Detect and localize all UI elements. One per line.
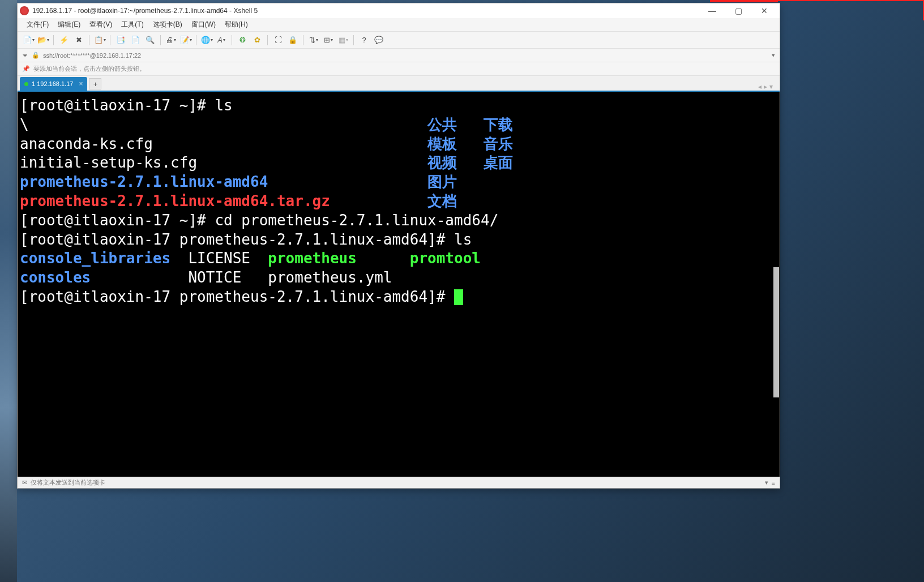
tabbar-nav: ◂ ▸ ▾ [758,83,777,91]
addr-dropdown-icon[interactable]: ▾ [772,52,775,59]
prompt: [root@itlaoxin-17 ~]# [20,97,215,114]
menu-view[interactable]: 查看(V) [85,19,117,31]
ls-dir-video: 视频 [427,154,457,171]
ls-dir-document: 文档 [427,192,457,209]
font-button[interactable]: A [215,34,228,46]
desktop-wallpaper [0,0,17,582]
statusbar-grip-icon: ≡ [772,480,775,486]
toolbar-sep [160,35,161,45]
hint-text: 要添加当前会话，点击左侧的箭头按钮。 [33,65,146,73]
tab-next-icon[interactable]: ▸ [764,83,767,91]
toolbar-sep [232,35,232,45]
tab-close-icon[interactable]: × [79,80,83,88]
disconnect-button[interactable]: ✖ [72,34,85,46]
colors-button[interactable]: ❂ [236,34,249,46]
log-button[interactable]: 📝 [179,34,192,46]
globe-button[interactable]: 🌐 [200,34,213,46]
cmd-ls2: ls [454,231,472,248]
statusbar-icon: ✉ [22,479,27,486]
reconnect-button[interactable]: ⚡ [58,34,70,46]
lock-icon: 🔒 [32,52,40,59]
ls-dir-music: 音乐 [484,135,513,152]
ls2-prometheus: prometheus [268,250,357,267]
xshell-window: 192.168.1.17 - root@itlaoxin-17:~/promet… [17,3,780,489]
ls2-license: LICENSE [188,250,250,267]
transfer-button[interactable]: ⇅ [307,34,320,46]
ls2-notice: NOTICE [188,269,241,286]
terminal-cursor [454,289,463,305]
open-session-button[interactable]: 📂 [37,34,49,46]
menu-tools[interactable]: 工具(T) [117,19,148,31]
tab-bar: 1 192.168.1.17 × + ◂ ▸ ▾ [18,76,780,92]
minimize-button[interactable]: — [699,3,725,18]
titlebar: 192.168.1.17 - root@itlaoxin-17:~/promet… [18,3,780,18]
toolbar-sep [303,35,303,45]
find-button[interactable]: 🔍 [144,34,156,46]
statusbar-text: 仅将文本发送到当前选项卡 [31,478,105,487]
menu-tabs[interactable]: 选项卡(B) [148,19,187,31]
tab-label: 1 192.168.1.17 [32,80,73,87]
ls-dir-template: 模板 [427,135,457,152]
ls-dir-picture: 图片 [427,173,457,190]
toolbar-sep [89,35,89,45]
status-dot-icon [24,82,28,86]
feedback-button[interactable]: 💬 [373,34,385,46]
highlight-button[interactable]: ✿ [251,34,263,46]
new-session-button[interactable]: 📄 [22,34,35,46]
ls2-promyml: prometheus.yml [268,269,392,286]
menu-window[interactable]: 窗口(W) [187,19,220,31]
paste-button[interactable]: 📄 [129,34,142,46]
menu-edit[interactable]: 编辑(E) [53,19,85,31]
pin-icon[interactable]: 📌 [22,65,30,72]
fullscreen-button[interactable]: ⛶ [272,34,284,46]
menubar: 文件(F) 编辑(E) 查看(V) 工具(T) 选项卡(B) 窗口(W) 帮助(… [18,18,780,32]
print-button[interactable]: 🖨 [165,34,177,46]
copy-button[interactable]: 📑 [114,34,127,46]
ls-initial: initial-setup-ks.cfg [20,154,197,171]
terminal-area[interactable]: [root@itlaoxin-17 ~]# ls \ 公共 下载 anacond… [18,92,780,477]
ls2-console-lib: console_libraries [20,250,170,267]
toolbar-sep [110,35,110,45]
prompt: [root@itlaoxin-17 prometheus-2.7.1.linux… [20,288,454,305]
menu-help[interactable]: 帮助(H) [220,19,253,31]
toolbar-sep [267,35,268,45]
ls-dir-desktop: 桌面 [484,154,513,171]
ls-promtar: prometheus-2.7.1.linux-amd64.tar.gz [20,192,330,209]
ls-anaconda: anaconda-ks.cfg [20,135,153,152]
close-button[interactable]: ✕ [751,3,777,18]
address-text[interactable]: ssh://root:********@192.168.1.17:22 [43,52,141,59]
arrange-button[interactable]: ▦ [337,34,349,46]
session-tab[interactable]: 1 192.168.1.17 × [20,77,87,91]
ls2-promtool: promtool [410,250,481,267]
ls-dir-download: 下载 [484,116,513,133]
status-bar: ✉ 仅将文本发送到当前选项卡 ▾ ≡ [18,477,780,488]
statusbar-menu-icon[interactable]: ▾ [765,479,768,486]
tab-prev-icon[interactable]: ◂ [758,83,762,91]
tab-list-icon[interactable]: ▾ [769,83,773,91]
address-bar: ⏷ 🔒 ssh://root:********@192.168.1.17:22 … [18,49,780,62]
toolbar: 📄 📂 ⚡ ✖ 📋 📑 📄 🔍 🖨 📝 🌐 A ❂ ✿ ⛶ 🔒 ⇅ ⊞ ▦ ? … [18,32,780,49]
dropdown-icon[interactable]: ⏷ [22,52,28,59]
ls-promdir: prometheus-2.7.1.linux-amd64 [20,173,268,190]
xftp-button[interactable]: ⊞ [322,34,335,46]
ls2-consoles: consoles [20,269,91,286]
maximize-button[interactable]: ▢ [725,3,751,18]
cmd-ls: ls [215,97,232,114]
highlight-overlay [710,0,778,2]
window-controls: — ▢ ✕ [699,3,777,18]
hint-bar: 📌 要添加当前会话，点击左侧的箭头按钮。 [18,62,780,76]
ls-dir-public: 公共 [427,116,457,133]
help-button[interactable]: ? [358,34,370,46]
scrollbar-thumb[interactable] [773,267,779,397]
toolbar-sep [353,35,354,45]
cmd-cd: cd prometheus-2.7.1.linux-amd64/ [215,212,498,229]
menu-file[interactable]: 文件(F) [22,19,53,31]
window-title: 192.168.1.17 - root@itlaoxin-17:~/promet… [32,7,699,15]
prompt: [root@itlaoxin-17 prometheus-2.7.1.linux… [20,231,454,248]
ls-backslash: \ [20,116,29,133]
prompt: [root@itlaoxin-17 ~]# [20,212,215,229]
properties-button[interactable]: 📋 [93,34,106,46]
highlight-overlay-2 [778,0,924,20]
lock-button[interactable]: 🔒 [286,34,299,46]
new-tab-button[interactable]: + [89,78,101,89]
